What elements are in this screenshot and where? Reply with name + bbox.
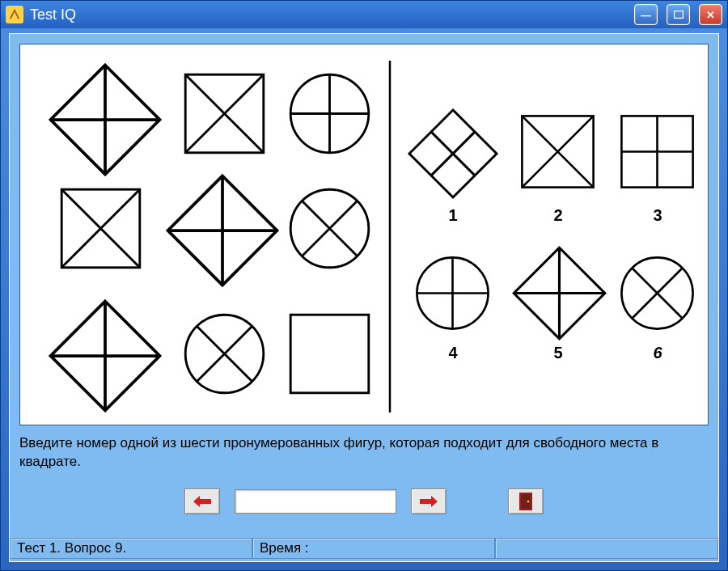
svg-marker-46 — [420, 496, 438, 507]
status-left: Тест 1. Вопрос 9. — [10, 538, 252, 559]
puzzle-canvas: 1 2 3 4 — [19, 44, 709, 425]
status-bar: Тест 1. Вопрос 9. Время : — [10, 535, 718, 561]
grid-cell-2-3-circle-x — [283, 182, 376, 275]
maximize-button[interactable] — [667, 4, 690, 25]
option-6-label: 6 — [653, 344, 662, 362]
grid-cell-1-3-circle-plus — [283, 67, 376, 160]
grid-cell-1-1-diamond-plus — [44, 59, 166, 180]
grid-cell-1-2-square-x — [178, 67, 271, 160]
option-1-label: 1 — [448, 206, 457, 225]
option-1-diamond-x[interactable] — [404, 105, 502, 202]
titlebar: Test IQ — ✕ — [1, 1, 727, 28]
app-window: Test IQ — ✕ — [0, 0, 728, 571]
app-icon — [6, 6, 23, 23]
option-5-diamond-plus[interactable] — [509, 243, 610, 344]
client-area: 1 2 3 4 — [9, 33, 719, 562]
exit-button[interactable] — [508, 489, 544, 514]
window-title: Test IQ — [30, 6, 625, 23]
status-right — [495, 538, 718, 559]
option-2-label: 2 — [553, 206, 562, 225]
door-exit-icon — [519, 493, 532, 510]
instruction-text: Введите номер одной из шести пронумерова… — [19, 434, 709, 472]
option-4-circle-plus[interactable] — [410, 251, 495, 336]
grid-cell-2-1-square-x — [54, 182, 147, 275]
svg-rect-25 — [290, 315, 369, 393]
arrow-right-icon — [420, 496, 438, 507]
grid-cell-3-1-diamond-plus — [44, 295, 166, 417]
arrow-left-icon — [193, 496, 211, 507]
divider-line — [388, 61, 392, 412]
close-button[interactable]: ✕ — [699, 4, 722, 25]
grid-cell-3-2-circle-x — [178, 307, 271, 400]
option-3-label: 3 — [653, 206, 662, 225]
svg-rect-0 — [674, 11, 683, 19]
svg-marker-45 — [193, 496, 211, 507]
answer-input[interactable] — [235, 489, 396, 514]
svg-point-49 — [527, 501, 530, 503]
option-6-circle-x[interactable] — [615, 251, 700, 336]
option-4-label: 4 — [448, 344, 457, 362]
option-3-square-plus[interactable] — [615, 109, 700, 194]
previous-button[interactable] — [184, 489, 220, 514]
next-button[interactable] — [411, 489, 447, 514]
minimize-button[interactable]: — — [634, 4, 658, 25]
grid-cell-3-3-empty-square — [283, 307, 376, 400]
status-time-label: Время : — [252, 538, 495, 559]
option-5-label: 5 — [553, 344, 562, 362]
grid-cell-2-2-diamond-plus — [162, 170, 283, 291]
controls-row — [10, 489, 718, 514]
option-2-square-x[interactable] — [515, 109, 600, 194]
